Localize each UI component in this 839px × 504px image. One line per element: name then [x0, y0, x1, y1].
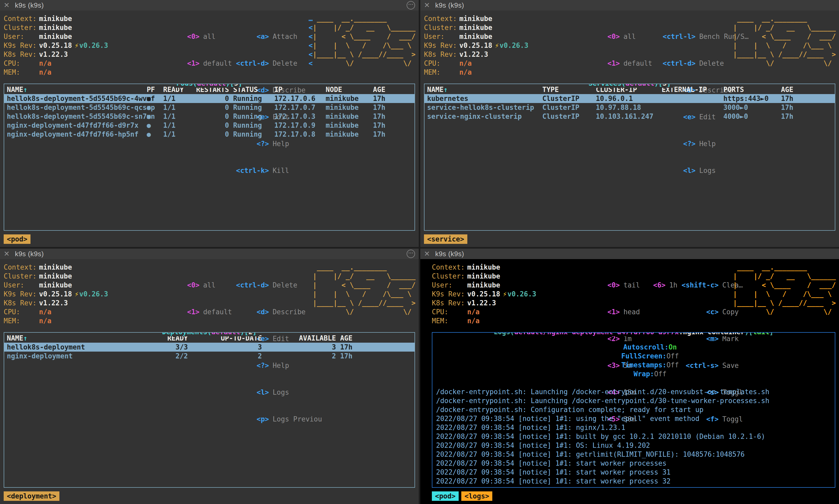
cpu-value: n/a [467, 308, 480, 316]
logs-box: Logs(default/nginx-deployment-d47fd7f66-… [432, 332, 835, 488]
menu-item[interactable]: <ctrl-d>Delete [236, 59, 305, 68]
cpu-label: CPU: [4, 307, 39, 317]
window-titlebar: ✕ k9s (k9s) [420, 249, 839, 259]
crumb-pod[interactable]: <pod> [432, 491, 459, 501]
log-line: 2022/08/27 09:38:54 [notice] 1#1: built … [432, 432, 835, 441]
upgrade-bolt-icon: ⚡ [495, 41, 499, 49]
mem-value: n/a [460, 68, 472, 76]
crumb-service[interactable]: <service> [424, 234, 467, 244]
k9s-new-version: v0.26.3 [79, 290, 108, 298]
mem-value: n/a [39, 317, 52, 325]
sort-arrow-icon: ↑ [23, 334, 28, 342]
deployments-table-title: Deployments(default)[2] [159, 332, 259, 336]
namespace-hotkeys: <0>all <1>default [607, 14, 653, 86]
wrap-indicator[interactable]: Wrap:Off [633, 370, 666, 378]
pod-row[interactable]: hellok8s-deployment-5d5545b69c-sn7mn●1/1… [4, 112, 414, 121]
k9s-new-version: v0.26.3 [79, 41, 108, 49]
timestamps-indicator[interactable]: Timestamps:Off [621, 361, 679, 369]
window-title: k9s (k9s) [15, 1, 44, 10]
k9s-rev-value: v0.25.18 [467, 290, 500, 298]
user-label: User: [4, 281, 39, 290]
window-titlebar: ✕ k9s (k9s) ⋯ [0, 249, 419, 259]
crumb-deployment[interactable]: <deployment> [4, 491, 59, 501]
window-menu-icon[interactable]: ⋯ [407, 1, 415, 10]
k8s-rev-value: v1.22.3 [460, 51, 488, 58]
menu-item[interactable]: <1>default [607, 59, 653, 68]
crumb-logs[interactable]: <logs> [461, 491, 492, 501]
close-icon[interactable]: ✕ [4, 1, 10, 10]
pods-table-box: Pods(default)[5] NAME↑ PF READY RESTARTS… [4, 84, 415, 231]
log-line: 2022/08/27 09:38:54 [notice] 1#1: start … [432, 459, 835, 468]
cluster-label: Cluster: [424, 23, 460, 32]
port-forward-dot: ● [147, 121, 163, 130]
deployments-view: Context:minikube Cluster:minikube User:m… [0, 259, 419, 504]
window-titlebar: ✕ k9s (k9s) ⋯ [0, 0, 419, 11]
menu-item[interactable]: <0>all [607, 32, 653, 41]
menu-item[interactable]: <0>all [187, 32, 232, 41]
upgrade-bolt-icon: ⚡ [503, 290, 507, 298]
close-icon[interactable]: ✕ [424, 1, 430, 10]
port-forward-dot: ● [147, 130, 163, 139]
service-row[interactable]: service-nginx-clusteripClusterIP10.103.1… [425, 112, 835, 121]
k9s-rev-value: v0.25.18 [460, 41, 492, 49]
pod-row[interactable]: hellok8s-deployment-5d5545b69c-qcszp●1/1… [4, 103, 414, 112]
terminal-pane-deployments: ✕ k9s (k9s) ⋯ Context:minikube Cluster:m… [0, 249, 419, 504]
cluster-value: minikube [39, 272, 72, 280]
pod-row[interactable]: nginx-deployment-d47fd7f66-hp5nf●1/10Run… [4, 130, 414, 139]
context-value: minikube [39, 15, 72, 23]
user-value: minikube [39, 281, 72, 289]
crumb-pod[interactable]: <pod> [4, 234, 31, 244]
context-label: Context: [4, 14, 39, 23]
close-icon[interactable]: ✕ [4, 249, 10, 258]
logs-title: Logs(default/nginx-deployment-d47fd7f66-… [491, 332, 776, 336]
pod-row[interactable]: nginx-deployment-d47fd7f66-d9r7x●1/10Run… [4, 121, 414, 130]
context-label: Context: [424, 14, 460, 23]
col-node: NODE [326, 85, 373, 94]
deployment-row-selected[interactable]: hellok8s-deployment3/33317h [4, 343, 414, 352]
close-icon[interactable]: ✕ [424, 249, 430, 258]
service-row[interactable]: service-hellok8s-clusteripClusterIP10.97… [425, 103, 835, 112]
k9s-rev-label: K9s Rev: [432, 290, 467, 299]
menu-item[interactable]: <0>all [187, 281, 232, 290]
k9s-logo: ____ __.________ | |/ _/ __ \______ | < … [729, 14, 836, 68]
window-title: k9s (k9s) [435, 249, 464, 258]
cpu-value: n/a [39, 308, 52, 316]
window-title: k9s (k9s) [435, 1, 464, 10]
menu-item[interactable]: <1>head [607, 307, 640, 317]
cpu-label: CPU: [424, 59, 460, 68]
deployment-row[interactable]: nginx-deployment2/22217h [4, 352, 414, 361]
k9s-logo: ____ __.________ | |/ _/ __ \______ | < … [729, 263, 836, 317]
fullscreen-indicator[interactable]: FullScreen:Off [621, 352, 679, 360]
k9s-logo: ____ __.________ | |/ _/ __ \______ | < … [308, 263, 415, 317]
port-forward-dot: ● [147, 94, 163, 103]
cpu-value: n/a [39, 59, 52, 67]
k9s-rev-label: K9s Rev: [424, 41, 460, 50]
col-age: AGE [373, 85, 413, 94]
mem-label: MEM: [4, 68, 39, 77]
window-menu-icon[interactable]: ⋯ [407, 250, 415, 258]
k8s-rev-value: v1.22.3 [39, 299, 68, 307]
terminal-pane-services: ✕ k9s (k9s) Context:minikube Cluster:min… [420, 0, 839, 247]
context-label: Context: [4, 263, 39, 272]
menu-item[interactable]: <1>default [187, 307, 232, 317]
deployments-table-box: Deployments(default)[2] NAME↑ READY UP-T… [4, 332, 415, 488]
upgrade-bolt-icon: ⚡ [75, 290, 79, 298]
context-value: minikube [467, 263, 500, 271]
logs-view: Context:minikube Cluster:minikube User:m… [420, 259, 839, 504]
menu-item[interactable]: <1>default [187, 59, 232, 68]
sort-arrow-icon: ↑ [23, 86, 28, 93]
autoscroll-indicator[interactable]: Autoscroll:On [623, 343, 677, 351]
terminal-pane-logs: ✕ k9s (k9s) Context:minikube Cluster:min… [420, 249, 839, 504]
mem-value: n/a [467, 317, 480, 325]
pod-row-selected[interactable]: hellok8s-deployment-5d5545b69c-4wvmf●1/1… [4, 94, 414, 103]
menu-item[interactable]: <6>1h [653, 281, 686, 290]
context-label: Context: [432, 263, 467, 272]
user-label: User: [4, 32, 39, 41]
cpu-label: CPU: [4, 59, 39, 68]
menu-item[interactable]: <0>tail [607, 281, 640, 290]
col-age: AGE [336, 334, 413, 343]
service-row-selected[interactable]: kubernetesClusterIP10.96.0.1https:443►01… [425, 94, 835, 103]
menu-item[interactable]: <a>Attach [236, 32, 305, 41]
services-table-title: Services(default)[3] [586, 84, 673, 88]
log-line: 2022/08/27 09:38:54 [notice] 1#1: nginx/… [432, 423, 835, 432]
